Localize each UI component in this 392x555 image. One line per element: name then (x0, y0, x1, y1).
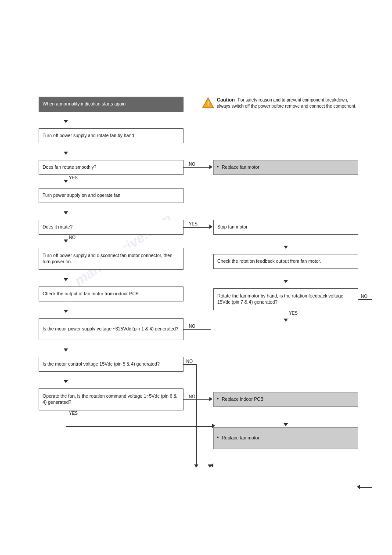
arrow-q3-down (64, 348, 68, 352)
line-q5-yes-h (66, 426, 213, 427)
arrow-q1-no (209, 165, 212, 169)
label-yes-q5: YES (69, 411, 78, 416)
arrow-q4-down (64, 380, 68, 383)
arrow-step4-q3 (64, 310, 68, 313)
q4-box: Is the motor control voltage 15Vdc (pin … (39, 357, 183, 372)
rotate-by-hand-box: Rotate the fan motor by hand, is the rot… (213, 288, 358, 310)
line-q4-no-h (183, 364, 197, 365)
check-rotation-box: Check the rotation feedback output from … (213, 254, 358, 269)
line-q1-no (183, 167, 211, 168)
arrow-q1-yes (64, 180, 68, 183)
line-rotate-no-v (372, 299, 372, 488)
arrow-step3-step4 (64, 278, 68, 281)
step2-box: Turn power supply on and operate fan. (39, 188, 183, 203)
step3-box: Turn off power supply and disconnect fan… (39, 248, 183, 270)
page: ! Caution For safety reason and to preve… (0, 0, 392, 555)
label-no4: NO (186, 359, 193, 364)
arrow-q2-no (64, 239, 68, 243)
arrow-check-down (284, 280, 288, 283)
arrow-step1-q1 (64, 152, 68, 155)
replace-indoor-pcb-box: Replace indoor PCB (213, 392, 358, 407)
line-check-down (286, 269, 286, 281)
label-yes2: YES (189, 221, 198, 226)
caution-box: ! Caution For safety reason and to preve… (202, 97, 360, 109)
q2-box: Does it rotate? (39, 220, 183, 235)
label-yes3: YES (289, 311, 298, 316)
label-no5: NO (189, 394, 195, 399)
replace-motor-top-box: Replace fan motor (213, 160, 358, 175)
arrow-step2-q2 (64, 211, 68, 214)
arrow-q4-no-down (194, 464, 198, 468)
arrow-q3-no-down (208, 464, 212, 468)
line-q3-no-h (183, 329, 211, 330)
label-no3: NO (189, 324, 195, 329)
caution-icon: ! (202, 97, 214, 109)
step4-box: Check the output of fan motor from indoo… (39, 287, 183, 301)
line-q2-yes (183, 227, 211, 228)
q5-box: Operate the fan, is the rotation command… (39, 388, 183, 410)
svg-text:!: ! (207, 100, 209, 107)
line-pcb-down (286, 407, 286, 424)
q1-box: Does fan rotate smoothly? (39, 160, 183, 175)
arrow-stop-down (284, 246, 288, 249)
line-q5-no-h (183, 399, 211, 400)
arrow-pcb-down (284, 423, 288, 426)
label-no1: NO (189, 162, 195, 167)
label-no-right3: NO (361, 294, 367, 299)
line-rotate-no-h (358, 299, 372, 300)
q3-box: Is the motor power supply voltage ~325Vd… (39, 318, 183, 340)
line-q4-no-v (196, 364, 197, 466)
start-box: When abnormality indication starts again (39, 97, 183, 112)
arrow-rotate-no-bottom (357, 485, 360, 489)
arrow-start-step1 (64, 120, 68, 123)
line-stop-down (286, 235, 286, 247)
stop-fan-motor-box: Stop fan motor (213, 220, 358, 235)
line-rotate-no-bottom (360, 487, 372, 488)
line-q5-yes-v (66, 410, 66, 417)
label-no2: NO (69, 235, 76, 240)
line-yes-pcb-h (213, 466, 286, 466)
caution-text: For safety reason and to prevent compone… (217, 98, 356, 109)
arrow-q5-no (209, 397, 212, 401)
arrow-rotate-yes-down (284, 319, 288, 322)
label-yes1: YES (69, 175, 78, 180)
arrow-q2-yes (209, 225, 212, 229)
caution-label: Caution (217, 97, 235, 102)
replace-motor-bottom-box: Replace fan motor (213, 427, 358, 449)
step1-box: Turn off power supply and rotate fan by … (39, 128, 183, 143)
